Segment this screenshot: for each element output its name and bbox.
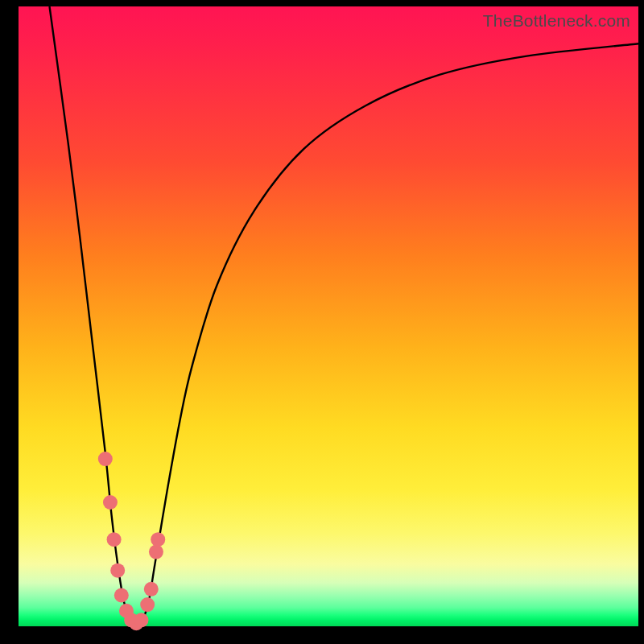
highlight-point — [144, 582, 159, 597]
highlight-point — [98, 452, 113, 466]
highlight-point — [103, 495, 118, 510]
bottleneck-curve-svg — [19, 6, 638, 626]
highlight-point — [110, 564, 125, 578]
curve-layer — [50, 6, 639, 626]
bottleneck-curve — [50, 6, 639, 626]
highlight-point — [140, 597, 155, 612]
plot-area: TheBottleneck.com — [19, 6, 638, 626]
chart-frame: TheBottleneck.com — [0, 0, 644, 644]
highlight-point — [149, 545, 163, 559]
highlight-point — [114, 588, 129, 603]
highlight-point — [134, 613, 148, 627]
highlight-point — [151, 532, 165, 547]
highlight-point — [107, 532, 122, 547]
